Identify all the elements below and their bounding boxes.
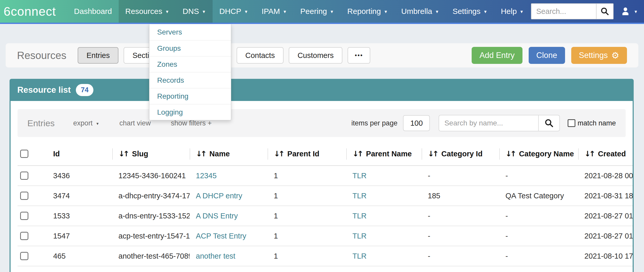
items-per-page-input[interactable] [403,115,430,131]
resource-list-header: Resource list 74 [10,79,634,101]
row-checkbox[interactable] [20,232,28,240]
dns-menu-item-reporting[interactable]: Reporting [149,88,231,104]
dns-menu-item-groups[interactable]: Groups [149,40,231,56]
nav-item-dashboard[interactable]: Dashboard [67,0,119,23]
sort-icon: ↓↑ [505,149,515,158]
parent-link[interactable]: TLR [352,232,367,240]
nav-item-peering[interactable]: Peering ▼ [294,0,341,23]
chevron-down-icon: ▼ [165,10,169,14]
chevron-down-icon: ▼ [634,10,638,14]
cell-slug: another-test-465-70893 [112,252,190,260]
match-name-label: match name [577,119,616,127]
global-search-input[interactable] [531,3,596,19]
column-header-parent-id[interactable]: ↓↑ Parent Id [268,142,346,165]
search-icon [600,7,609,16]
settings-button[interactable]: Settings ⚙ [571,47,627,64]
show-filters-link[interactable]: show filters + [171,119,212,127]
chart-view-link[interactable]: chart view [119,119,151,127]
nav-item-umbrella[interactable]: Umbrella ▼ [395,0,446,23]
cell-parent-name: TLR [346,172,422,180]
entry-link[interactable]: A DNS Entry [196,212,238,220]
column-header-slug[interactable]: ↓↑ Slug [112,142,190,165]
table-row: 3436 12345-3436-160241 12345 1 TLR - - 2… [18,166,634,186]
cell-parent-id: 1 [268,172,346,180]
export-menu[interactable]: export ▼ [73,119,99,127]
search-by-name-button[interactable] [538,115,560,131]
row-checkbox[interactable] [20,252,28,260]
column-header-name[interactable]: ↓↑ Name [190,142,268,165]
sort-icon: ↓↑ [118,149,128,158]
clone-button[interactable]: Clone [529,47,565,64]
column-header-category-id[interactable]: ↓↑ Category Id [422,142,499,165]
cell-slug: a-dhcp-entry-3474-17... [112,192,190,200]
nav-item-help[interactable]: Help ▼ [494,0,530,23]
global-search-button[interactable] [596,3,614,19]
cell-id: 3474 [38,192,112,200]
nav-item-dns[interactable]: DNS ▼ [176,0,213,23]
cell-parent-name: TLR [346,232,422,240]
chevron-down-icon: ▼ [483,10,487,14]
parent-link[interactable]: TLR [352,192,367,200]
dns-menu-item-records[interactable]: Records [149,72,231,88]
search-icon [544,118,554,128]
cell-category-id: - [422,252,499,260]
chevron-down-icon: ▼ [96,122,99,126]
select-all-checkbox[interactable] [20,150,28,158]
resource-list-body: Entries export ▼ chart view show filters… [10,101,634,272]
parent-link[interactable]: TLR [352,172,367,180]
column-header-parent-name[interactable]: ↓↑ Parent Name [346,142,422,165]
add-entry-button[interactable]: Add Entry [472,47,522,64]
cell-parent-name: TLR [346,192,422,200]
nav-item-dhcp[interactable]: DHCP ▼ [213,0,255,23]
table-row: 465 another-test-465-70893 another test … [18,246,634,266]
column-header-created[interactable]: ↓↑ Created [578,142,634,165]
gear-icon: ⚙ [611,50,619,61]
cell-category-id: - [422,232,499,240]
search-by-name-input[interactable] [439,115,538,131]
cell-name: A DNS Entry [190,212,268,220]
match-name-toggle[interactable]: match name [568,119,616,127]
row-checkbox[interactable] [20,172,28,180]
cell-parent-name: TLR [346,252,422,260]
nav-item-ipam[interactable]: IPAM ▼ [255,0,294,23]
tab-customers[interactable]: Customers [289,47,342,64]
dns-menu-item-logging[interactable]: Logging [149,104,231,120]
column-header-id[interactable]: Id [38,142,112,165]
cell-id: 465 [38,252,112,260]
match-name-checkbox[interactable] [568,119,575,127]
dns-menu-item-servers[interactable]: Servers [149,24,231,40]
chevron-down-icon: ▼ [202,10,206,14]
row-checkbox[interactable] [20,192,28,200]
nav-item-settings[interactable]: Settings ▼ [446,0,494,23]
dns-menu-item-zones[interactable]: Zones [149,56,231,72]
cell-id: 3436 [38,172,112,180]
table-row: 1533 a-dns-entry-1533-152... A DNS Entry… [18,206,634,226]
table-header-row: Id ↓↑ Slug ↓↑ Name ↓↑ Parent Id [18,142,634,166]
tab-entries[interactable]: Entries [78,47,118,64]
chevron-down-icon: ▼ [330,10,334,14]
parent-link[interactable]: TLR [352,252,367,260]
entry-link[interactable]: ACP Test Entry [196,232,246,240]
cell-category-name: - [499,172,578,180]
entry-link[interactable]: 12345 [196,172,217,180]
user-menu[interactable]: ▼ [620,6,638,16]
cell-name: ACP Test Entry [190,232,268,240]
parent-link[interactable]: TLR [352,212,367,220]
column-header-category-name[interactable]: ↓↑ Category Name [499,142,578,165]
nav-item-resources[interactable]: Resources ▼ [119,0,176,23]
dns-dropdown-menu: Servers Groups Zones Records Reporting L… [149,24,231,120]
chevron-down-icon: ▼ [435,10,439,14]
entry-link[interactable]: A DHCP entry [196,192,242,200]
entry-link[interactable]: another test [196,252,235,260]
cell-name: 12345 [190,172,268,180]
nav-item-reporting[interactable]: Reporting ▼ [341,0,395,23]
more-tabs-button[interactable]: ••• [348,47,370,64]
cell-category-name: - [499,232,578,240]
user-icon [620,6,631,16]
top-navbar: 6connect Dashboard Resources ▼ DNS ▼ DHC… [0,0,644,24]
tab-contacts[interactable]: Contacts [237,47,284,64]
row-checkbox[interactable] [20,212,28,220]
app-logo[interactable]: 6connect [0,4,60,19]
cell-category-name: - [499,212,578,220]
sort-icon: ↓↑ [196,149,205,158]
